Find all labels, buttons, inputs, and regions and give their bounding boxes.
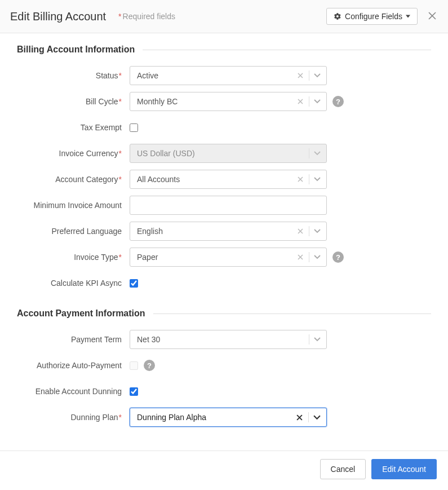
status-select[interactable]: Active — [130, 66, 327, 85]
help-icon[interactable]: ? — [332, 96, 344, 107]
edit-account-button[interactable]: Edit Account — [371, 459, 437, 479]
required-fields-hint: *Required fields — [118, 12, 175, 21]
label-calculate-kpi-async: Calculate KPI Async — [17, 279, 130, 288]
configure-fields-label: Configure Fields — [345, 12, 402, 21]
enable-account-dunning-checkbox[interactable] — [130, 387, 138, 396]
dunning-plan-select[interactable]: Dunning Plan Alpha — [130, 408, 327, 427]
chevron-down-icon — [312, 99, 326, 104]
clear-icon[interactable] — [294, 99, 307, 104]
clear-icon[interactable] — [294, 254, 307, 260]
bill-cycle-select[interactable]: Monthly BC — [130, 92, 327, 111]
label-status: Status* — [17, 71, 130, 80]
chevron-down-icon — [312, 229, 326, 233]
section-title-billing: Billing Account Information — [17, 45, 143, 55]
clear-icon[interactable] — [294, 228, 307, 234]
label-payment-term: Payment Term — [17, 335, 130, 344]
chevron-down-icon — [312, 337, 326, 342]
label-authorize-auto-payment: Authorize Auto-Payment — [17, 361, 130, 370]
modal-header: Edit Billing Account *Required fields Co… — [0, 0, 448, 33]
clear-icon[interactable] — [294, 176, 307, 182]
cancel-button[interactable]: Cancel — [320, 459, 366, 479]
chevron-down-icon — [312, 255, 326, 259]
label-tax-exempt: Tax Exempt — [17, 123, 130, 132]
gear-icon — [334, 12, 341, 20]
form-content: Billing Account Information Status* Acti… — [0, 33, 448, 451]
help-icon[interactable]: ? — [332, 251, 344, 263]
label-invoice-currency: Invoice Currency* — [17, 149, 130, 158]
section-billing-info: Billing Account Information Status* Acti… — [17, 45, 431, 293]
configure-fields-button[interactable]: Configure Fields — [326, 8, 418, 25]
close-button[interactable] — [428, 11, 438, 21]
authorize-auto-payment-checkbox — [130, 361, 138, 370]
page-title: Edit Billing Account — [10, 10, 106, 23]
chevron-down-icon — [312, 151, 326, 156]
asterisk-icon: * — [118, 12, 121, 21]
label-preferred-language: Preferred Language — [17, 227, 130, 236]
invoice-type-select[interactable]: Paper — [130, 248, 327, 267]
chevron-down-icon — [312, 177, 326, 182]
account-category-select[interactable]: All Accounts — [130, 170, 327, 189]
tax-exempt-checkbox[interactable] — [130, 123, 138, 132]
label-dunning-plan: Dunning Plan* — [17, 413, 130, 422]
clear-icon[interactable] — [294, 73, 307, 78]
section-payment-info: Account Payment Information Payment Term… — [17, 308, 431, 427]
chevron-down-icon — [312, 73, 326, 78]
caret-down-icon — [406, 14, 410, 19]
label-enable-account-dunning: Enable Account Dunning — [17, 387, 130, 396]
payment-term-select[interactable]: Net 30 — [130, 330, 327, 349]
modal-footer: Cancel Edit Account — [0, 451, 448, 487]
min-invoice-amount-input[interactable] — [130, 196, 327, 215]
help-icon[interactable]: ? — [144, 360, 155, 371]
invoice-currency-select: US Dollar (USD) — [130, 144, 327, 163]
label-min-invoice-amount: Minimum Invoice Amount — [17, 201, 130, 210]
label-invoice-type: Invoice Type* — [17, 253, 130, 262]
calculate-kpi-async-checkbox[interactable] — [130, 279, 138, 288]
section-title-payment: Account Payment Information — [17, 308, 153, 319]
section-divider — [153, 314, 431, 314]
label-bill-cycle: Bill Cycle* — [17, 97, 130, 106]
chevron-down-icon — [311, 415, 326, 420]
label-account-category: Account Category* — [17, 175, 130, 184]
section-divider — [143, 50, 431, 50]
clear-icon[interactable] — [293, 414, 306, 421]
preferred-language-select[interactable]: English — [130, 222, 327, 241]
